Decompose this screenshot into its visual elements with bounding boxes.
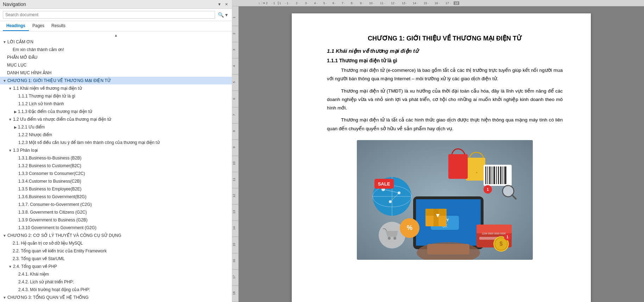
tree-item-2.1[interactable]: 2.1. Hệ quản trị cơ sở dữ liệu MySQL (0, 239, 232, 247)
tree-arrow[interactable]: ▶ (14, 109, 17, 114)
tree-item-chuong3[interactable]: ▼ CHƯƠNG 3: TỔNG QUAN VỀ HỆ THỐNG (0, 294, 232, 301)
search-input[interactable] (3, 11, 215, 19)
tree-arrow[interactable]: ▼ (8, 264, 12, 269)
horizontal-ruler: L ▾ 2 · 1 1 · 1 · 2 · 3 · 4 · 5 · 6 · 7 … (232, 0, 644, 6)
tree-item-label: 1.3 Phân loại (13, 147, 38, 153)
tree-item-1.3.7[interactable]: 1.3.7. Consumer-to-Government (C2G) (0, 201, 232, 208)
tree-item-1.1.1[interactable]: 1.1.1 Thương mại điện tử là gì (0, 92, 232, 100)
tree-item-1.2.2[interactable]: 1.2.2 Nhược điểm (0, 131, 232, 139)
tree-item-label: CHƯƠNG 3: TỔNG QUAN VỀ HỆ THỐNG (7, 294, 89, 301)
tree-item-label: 1.3.5 Business to Employee(B2E) (18, 186, 81, 192)
tree-item-1.3.5[interactable]: 1.3.5 Business to Employee(B2E) (0, 185, 232, 193)
svg-rect-26 (493, 166, 495, 184)
nav-pin-icon[interactable]: ▼ (216, 2, 222, 7)
svg-rect-43 (434, 209, 438, 226)
tree-item-label: 2.4. Tổng quan về PHP (13, 263, 57, 270)
tree-arrow[interactable]: ▼ (3, 233, 6, 238)
svg-rect-22 (485, 166, 486, 184)
tree-item-label: CHƯƠNG 1: GIỚI THIỆU VỀ THƯƠNG MẠI ĐIỆN … (7, 77, 111, 84)
tab-results[interactable]: Results (48, 21, 69, 31)
tree-item-1.1.2[interactable]: 1.1.2 Lịch sử hình thành (0, 100, 232, 108)
tree-item-2.4[interactable]: ▼ 2.4. Tổng quan về PHP (0, 263, 232, 270)
nav-panel-title: Navigation (3, 1, 26, 7)
tree-item-2.4.1[interactable]: 2.4.1. Khái niệm (0, 270, 232, 278)
nav-tree: ▲ ▼ LỜI CẢM ƠNEm xin chân thành cảm ơn!P… (0, 31, 232, 302)
tree-item-label: DANH MỤC HÌNH ẢNH (7, 70, 51, 76)
tree-arrow[interactable]: ▼ (8, 86, 12, 91)
tree-item-1.2[interactable]: ▼ 1.2 Ưu điểm và nhược điểm của thương m… (0, 115, 232, 123)
nav-header: Navigation ▼ ✕ (0, 0, 232, 9)
tree-item-chuong1[interactable]: ▼ CHƯƠNG 1: GIỚI THIỆU VỀ THƯƠNG MẠI ĐIỆ… (0, 77, 232, 84)
svg-text:✦: ✦ (475, 171, 478, 174)
v-mark-15: 15 (232, 237, 238, 253)
tree-item-1.2.3[interactable]: 1.2.3 Một số điều cần lưu ý để làm nên t… (0, 139, 232, 146)
tree-item-label: 2.4.3. Môi trường hoạt động của PHP: (18, 287, 90, 293)
tree-item-loi-cam-on[interactable]: ▼ LỜI CẢM ƠN (0, 38, 232, 46)
tree-item-label: MỤC LỤC (7, 62, 26, 68)
tree-item-danh-muc-hinh-anh[interactable]: DANH MỤC HÌNH ẢNH (0, 69, 232, 77)
tree-item-loi-cam-on-sub[interactable]: Em xin chân thành cảm ơn! (0, 46, 232, 54)
document-page: CHƯƠNG 1: GIỚI THIỆU VỀ THƯƠNG MẠI ĐIỆN … (292, 13, 591, 302)
tree-item-label: Em xin chân thành cảm ơn! (13, 46, 64, 53)
tree-item-label: 2.4.2. Lịch sử phát triển PHP: (18, 279, 74, 285)
tree-item-1.3.2[interactable]: 1.3.2 Business to Customer(B2C) (0, 162, 232, 170)
ecommerce-image: BUY OK ✦ (357, 140, 533, 260)
tree-item-2.4.3[interactable]: 2.4.3. Môi trường hoạt động của PHP: (0, 286, 232, 294)
tree-arrow[interactable]: ▼ (3, 295, 6, 300)
v-mark-17: 17 (232, 270, 238, 286)
paragraph-3: Thương mại điện tử là tất cả các hình th… (327, 116, 563, 133)
svg-point-38 (393, 237, 396, 240)
tree-item-1.3.6[interactable]: 1.3.6.Business to Government(B2G) (0, 193, 232, 201)
tree-arrow[interactable]: ▼ (3, 39, 6, 45)
tree-item-1.3.1[interactable]: 1.3.1.Business-to-Business (B2B) (0, 154, 232, 162)
nav-header-controls: ▼ ✕ (216, 2, 229, 7)
tree-item-1.3.10[interactable]: 1.3.10 Government to Government (G2G) (0, 224, 232, 232)
paragraph-2: Thương mại điện tử (TMĐT) là xu hướng củ… (327, 87, 563, 113)
tree-item-phan-mo-dau[interactable]: PHẦN MỞ ĐẦU (0, 54, 232, 61)
tree-item-2.2[interactable]: 2.2. Tổng quan về kiến trúc của Entity F… (0, 247, 232, 255)
tab-headings[interactable]: Headings (3, 21, 29, 31)
tree-item-label: 1.1.2 Lịch sử hình thành (18, 101, 64, 107)
tree-item-label: 1.3.7. Consumer-to-Government (C2G) (18, 201, 92, 208)
tree-item-1.1.3[interactable]: ▶ 1.1.3 Đặc điểm của thương mại điện tử (0, 108, 232, 115)
tree-item-1.3.4[interactable]: 1.3.4.Customer to Business(C2B) (0, 177, 232, 185)
tree-item-2.4.2[interactable]: 2.4.2. Lịch sử phát triển PHP: (0, 278, 232, 286)
nav-close-icon[interactable]: ✕ (224, 2, 229, 7)
svg-rect-28 (498, 166, 499, 184)
tree-item-1.3.3[interactable]: 1.3.3 Consomer to Consumer(C2C) (0, 170, 232, 177)
svg-rect-23 (487, 166, 488, 184)
tree-item-label: 1.2.2 Nhược điểm (18, 132, 52, 138)
svg-rect-7 (466, 158, 485, 181)
tree-arrow[interactable]: ▼ (8, 117, 12, 122)
v-mark-11: 11 (232, 172, 238, 188)
document-panel: L ▾ 2 · 1 1 · 1 · 2 · 3 · 4 · 5 · 6 · 7 … (232, 0, 644, 302)
tree-item-chuong2[interactable]: ▼ CHƯƠNG 2: CƠ SỞ LÝ THUYẾT VÀ CÔNG CỤ S… (0, 232, 232, 239)
v-mark-2: 2 (232, 26, 238, 42)
tree-item-label: 1.1.1 Thương mại điện tử là gì (18, 93, 75, 99)
tree-item-1.3.8[interactable]: 1.3.8. Government to Citizens (G2C) (0, 208, 232, 216)
svg-text:1234 0000 0000 0000: 1234 0000 0000 0000 (482, 232, 506, 235)
tree-item-label: 1.3.2 Business to Customer(B2C) (18, 163, 81, 169)
tree-item-muc-luc[interactable]: MỤC LỤC (0, 61, 232, 69)
search-button[interactable]: 🔍 ▾ (216, 11, 229, 18)
tab-pages[interactable]: Pages (29, 21, 48, 31)
svg-text:1: 1 (506, 235, 509, 239)
tree-item-1.3.9[interactable]: 1.3.9 Government to Business (G2B) (0, 216, 232, 224)
v-mark-1: 1 (232, 10, 238, 26)
tree-item-1.2.1[interactable]: ▶ 1.2.1 Ưu điểm (0, 123, 232, 131)
tree-item-2.3[interactable]: 2.3. Tổng quan về StarUML (0, 255, 232, 263)
section-1-1: 1.1 Khái niệm về thương mại điện tử (327, 48, 563, 54)
scroll-top-arrow[interactable]: ▲ (0, 33, 232, 38)
tree-item-label: 1.3.8. Government to Citizens (G2C) (18, 209, 87, 215)
svg-rect-29 (500, 166, 501, 184)
tabs-bar: Headings Pages Results (0, 21, 232, 31)
doc-scroll-area[interactable]: CHƯƠNG 1: GIỚI THIỆU VỀ THƯƠNG MẠI ĐIỆN … (239, 6, 644, 302)
chapter-title: CHƯƠNG 1: GIỚI THIỆU VỀ THƯƠNG MẠI ĐIỆN … (327, 34, 563, 42)
tree-item-1.1[interactable]: ▼ 1.1 Khái niệm về thương mại điện tử (0, 84, 232, 92)
tree-arrow[interactable]: ▼ (8, 148, 12, 153)
tree-arrow[interactable]: ▶ (14, 125, 17, 130)
tree-arrow[interactable]: ▼ (3, 78, 6, 83)
tree-item-label: 1.3.1.Business-to-Business (B2B) (18, 155, 81, 161)
v-mark-6: 6 (232, 91, 238, 107)
tree-item-1.3[interactable]: ▼ 1.3 Phân loại (0, 146, 232, 154)
